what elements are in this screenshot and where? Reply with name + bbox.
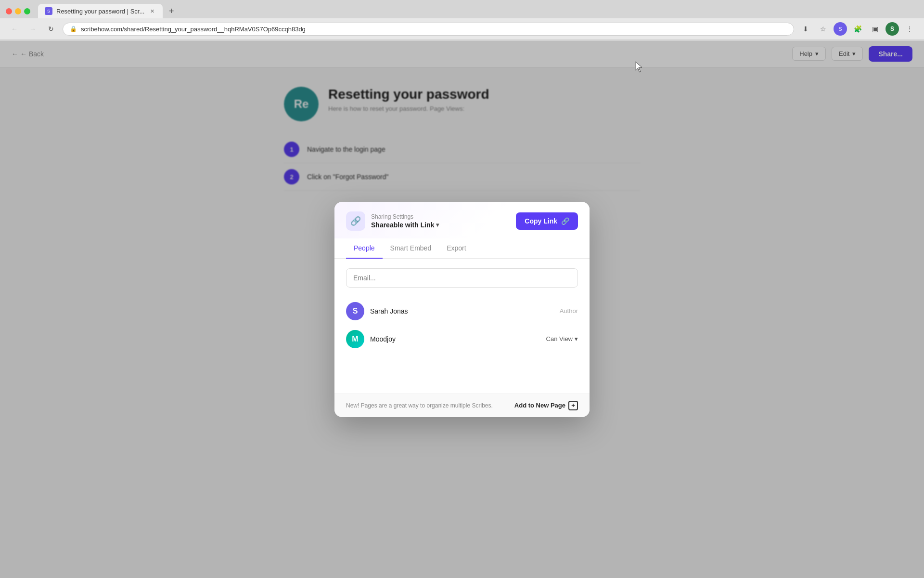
shareable-link-label: Shareable with Link [371,221,434,229]
new-tab-button[interactable]: + [165,4,178,18]
traffic-lights [6,8,30,14]
address-bar: ← → ↻ 🔒 scribehow.com/shared/Resetting_y… [0,18,924,39]
modal-tabs: People Smart Embed Export [334,238,590,259]
toolbar-right: ⬇ ☆ S 🧩 ▣ S ⋮ [799,22,916,36]
sharing-settings-label: Sharing Settings [371,213,439,220]
address-input[interactable]: 🔒 scribehow.com/shared/Resetting_your_pa… [63,23,794,36]
can-view-chevron-icon: ▾ [575,335,578,342]
sidebar-button[interactable]: ▣ [868,22,882,36]
close-window-button[interactable] [6,8,12,14]
url-text: scribehow.com/shared/Resetting_your_pass… [81,26,306,33]
add-to-new-page-button[interactable]: Add to New Page + [514,401,578,410]
tab-close-button[interactable]: ✕ [148,7,156,15]
add-to-new-page-label: Add to New Page [514,402,565,409]
tab-bar: S Resetting your password | Scr... ✕ + [0,0,924,18]
person-row-sarah: S Sarah Jonas Author [346,297,578,325]
avatar-moodjoy: M [346,330,364,348]
minimize-window-button[interactable] [15,8,21,14]
can-view-label: Can View [546,335,573,342]
can-view-dropdown[interactable]: Can View ▾ [546,335,578,342]
copy-link-icon: 🔗 [561,217,569,225]
person-name-moodjoy: Moodjoy [370,335,540,343]
modal-header: 🔗 Sharing Settings Shareable with Link ▾… [334,202,590,238]
email-input-wrapper[interactable] [346,268,578,288]
add-page-icon: + [568,401,578,410]
sharing-icon: 🔗 [346,211,365,231]
back-button[interactable]: ← [8,22,21,36]
tab-title: Resetting your password | Scr... [56,8,144,15]
more-menu-button[interactable]: ⋮ [903,22,916,36]
footer-hint: New! Pages are a great way to organize m… [346,402,493,409]
shareable-chevron-icon: ▾ [436,222,439,228]
tab-smart-embed[interactable]: Smart Embed [383,238,439,259]
modal-body: S Sarah Jonas Author M Moodjoy Can View … [334,259,590,394]
avatar-sarah: S [346,302,364,320]
copy-link-button[interactable]: Copy Link 🔗 [516,212,578,230]
active-tab[interactable]: S Resetting your password | Scr... ✕ [38,4,163,18]
person-role-sarah: Author [560,307,578,315]
tab-favicon: S [45,7,52,15]
forward-button[interactable]: → [26,22,39,36]
refresh-button[interactable]: ↻ [44,22,58,36]
email-input[interactable] [353,274,571,282]
fullscreen-window-button[interactable] [24,8,30,14]
person-row-moodjoy: M Moodjoy Can View ▾ [346,325,578,353]
sharing-modal: 🔗 Sharing Settings Shareable with Link ▾… [334,202,590,417]
copy-link-label: Copy Link [525,217,557,225]
tab-people[interactable]: People [346,238,383,259]
modal-header-left: 🔗 Sharing Settings Shareable with Link ▾ [346,211,439,231]
modal-footer: New! Pages are a great way to organize m… [334,394,590,417]
lock-icon: 🔒 [70,26,77,32]
sharing-info: Sharing Settings Shareable with Link ▾ [371,213,439,229]
shareable-link-dropdown[interactable]: Shareable with Link ▾ [371,221,439,229]
profile-button[interactable]: S [886,22,899,36]
puzzle-icon[interactable]: 🧩 [851,22,864,36]
extension-icon[interactable]: S [834,22,847,36]
bookmark-button[interactable]: ☆ [816,22,830,36]
modal-overlay[interactable]: 🔗 Sharing Settings Shareable with Link ▾… [0,40,924,578]
download-button[interactable]: ⬇ [799,22,812,36]
person-name-sarah: Sarah Jonas [370,307,554,315]
tab-export[interactable]: Export [439,238,474,259]
